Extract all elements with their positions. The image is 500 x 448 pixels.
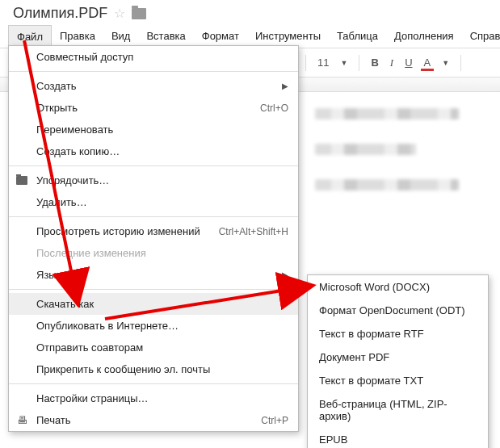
menu-file[interactable]: Файл: [8, 25, 52, 48]
submenu-item-label: Текст в формате TXT: [319, 375, 423, 387]
menu-item-open[interactable]: Открыть Ctrl+O: [9, 97, 298, 119]
submenu-arrow-icon: ▶: [282, 82, 288, 90]
menu-item-label: Упорядочить…: [36, 174, 109, 186]
menu-item-label: Удалить…: [36, 196, 87, 208]
print-icon: 🖶: [15, 414, 28, 427]
submenu-item-odt[interactable]: Формат OpenDocument (ODT): [308, 299, 488, 322]
menu-item-label: Опубликовать в Интернете…: [36, 320, 179, 332]
submenu-item-label: Текст в формате RTF: [319, 328, 424, 340]
menu-item-label: Создать копию…: [36, 145, 120, 157]
menu-item-rename[interactable]: Переименовать: [9, 119, 298, 140]
menu-item-language[interactable]: Язык ▶: [9, 264, 298, 286]
bold-button[interactable]: B: [368, 55, 381, 70]
menu-edit[interactable]: Правка: [52, 25, 103, 48]
underline-button[interactable]: U: [401, 55, 415, 70]
submenu-item-label: Веб-страница (HTML, ZIP-архив): [319, 398, 447, 422]
title-bar: Олимпия.PDF ☆: [0, 0, 500, 25]
menu-item-share[interactable]: Совместный доступ: [9, 46, 298, 68]
submenu-item-label: Microsoft Word (DOCX): [319, 281, 430, 293]
submenu-item-epub[interactable]: EPUB: [308, 428, 488, 448]
menu-item-download-as[interactable]: Скачать как ▶: [9, 293, 298, 315]
star-icon[interactable]: ☆: [114, 6, 125, 21]
submenu-item-html[interactable]: Веб-страница (HTML, ZIP-архив): [308, 392, 488, 428]
menu-item-label: Открыть: [36, 102, 78, 114]
folder-icon[interactable]: [132, 8, 146, 19]
menu-addons[interactable]: Дополнения: [386, 25, 462, 48]
menu-item-publish[interactable]: Опубликовать в Интернете…: [9, 315, 298, 337]
menu-item-recent: Последние изменения: [9, 242, 298, 264]
submenu-item-docx[interactable]: Microsoft Word (DOCX): [308, 275, 488, 299]
menu-item-label: Скачать как: [36, 298, 94, 310]
menu-item-print[interactable]: 🖶 Печать Ctrl+P: [9, 409, 298, 431]
menu-item-label: Совместный доступ: [36, 51, 133, 63]
menu-item-create[interactable]: Создать ▶: [9, 75, 298, 97]
menu-item-label: Язык: [36, 269, 61, 281]
menu-item-label: Последние изменения: [36, 247, 146, 259]
menu-table[interactable]: Таблица: [329, 25, 386, 48]
submenu-item-label: EPUB: [319, 433, 347, 446]
text-line: [315, 144, 416, 155]
download-as-submenu: Microsoft Word (DOCX) Формат OpenDocumen…: [307, 274, 489, 448]
menu-item-email-collab[interactable]: Отправить соавторам: [9, 337, 298, 358]
font-size-value[interactable]: 11: [314, 55, 332, 70]
shortcut-label: Ctrl+P: [261, 415, 288, 426]
menu-item-label: Печать: [36, 414, 71, 426]
menu-item-label: Настройки страницы…: [36, 392, 149, 404]
submenu-arrow-icon: ▶: [282, 270, 288, 279]
font-size-dropdown-icon[interactable]: ▼: [337, 57, 351, 69]
menu-view[interactable]: Вид: [103, 25, 139, 48]
menu-insert[interactable]: Вставка: [138, 25, 193, 48]
menu-item-label: Создать: [36, 80, 76, 92]
menu-item-page-setup[interactable]: Настройки страницы…: [9, 387, 298, 409]
text-line: [315, 179, 459, 191]
submenu-item-rtf[interactable]: Текст в формате RTF: [308, 322, 488, 345]
italic-button[interactable]: I: [387, 55, 397, 71]
submenu-arrow-icon: ▶: [282, 299, 288, 308]
submenu-item-label: Формат OpenDocument (ODT): [319, 304, 465, 316]
menu-item-label: Прикрепить к сообщению эл. почты: [36, 363, 210, 375]
menu-item-history[interactable]: Просмотреть историю изменений Ctrl+Alt+S…: [9, 220, 298, 242]
submenu-item-pdf[interactable]: Документ PDF: [308, 345, 488, 369]
menu-item-label: Отправить соавторам: [36, 341, 143, 354]
menu-format[interactable]: Формат: [194, 25, 247, 48]
text-color-dropdown-icon[interactable]: ▼: [439, 57, 452, 69]
shortcut-label: Ctrl+O: [260, 103, 288, 114]
menu-help[interactable]: Справка: [462, 25, 500, 48]
menu-tools[interactable]: Инструменты: [247, 25, 329, 48]
file-menu-dropdown: Совместный доступ Создать ▶ Открыть Ctrl…: [8, 45, 299, 432]
menu-item-label: Просмотреть историю изменений: [36, 225, 200, 237]
text-color-button[interactable]: A: [421, 55, 435, 71]
submenu-item-txt[interactable]: Текст в формате TXT: [308, 369, 488, 392]
menu-item-label: Переименовать: [36, 124, 113, 136]
shortcut-label: Ctrl+Alt+Shift+H: [219, 226, 288, 237]
menu-item-organize[interactable]: Упорядочить…: [9, 170, 298, 191]
folder-icon: [15, 174, 28, 187]
menu-item-attach-email[interactable]: Прикрепить к сообщению эл. почты: [9, 358, 298, 380]
submenu-item-label: Документ PDF: [319, 351, 389, 363]
menu-item-delete[interactable]: Удалить…: [9, 191, 298, 213]
text-line: [315, 108, 459, 119]
menu-item-make-copy[interactable]: Создать копию…: [9, 140, 298, 162]
document-title[interactable]: Олимпия.PDF: [13, 5, 107, 22]
